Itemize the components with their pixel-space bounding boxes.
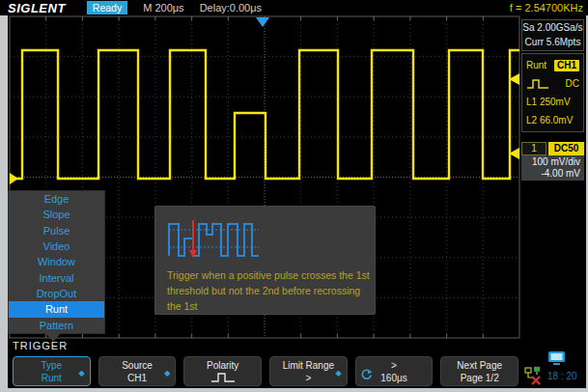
softkey-source[interactable]: Source CH1 ◆ <box>98 356 177 386</box>
sample-rate: Sa 2.00GSa/s <box>522 20 583 35</box>
channel-scale-readout: 100 mV/div <box>525 156 580 168</box>
memory-depth: Curr 5.6Mpts <box>522 35 583 49</box>
trigger-type-menu: Edge Slope Pulse Video Window Interval D… <box>8 190 105 334</box>
diamond-icon: ◆ <box>336 370 342 378</box>
channel-coupling-badge: DC50 <box>548 142 584 155</box>
trigger-source-badge: CH1 <box>554 60 579 71</box>
top-info-bar: SIGLENT Ready M 200μs Delay:0.00μs f = 2… <box>0 0 588 15</box>
diamond-icon: ◆ <box>79 370 85 378</box>
positive-runt-polarity-icon <box>210 372 236 383</box>
softkey-type-value: Runt <box>42 372 62 384</box>
acquisition-panel: Sa 2.00GSa/s Curr 5.6Mpts <box>521 19 584 51</box>
softkey-polarity[interactable]: Polarity <box>183 356 262 386</box>
softkey-limit-value-time: 160μs <box>380 372 406 384</box>
remote-display-icon[interactable] <box>547 350 567 366</box>
frequency-counter: f = 2.54700KHz <box>510 2 583 14</box>
siglent-logo: SIGLENT <box>8 1 66 15</box>
trigger-info-panel: Runt CH1 DC L1 250mV L2 66.0mV <box>521 53 584 132</box>
softkey-limit-range-label: Limit Range <box>283 359 334 372</box>
softkey-limit-value[interactable]: > 160μs <box>355 356 434 386</box>
runt-diagram-icon <box>167 215 264 262</box>
softkey-polarity-label: Polarity <box>207 359 238 372</box>
trigger-menu-title: TRIGGER <box>13 340 68 351</box>
softkey-limit-range[interactable]: Limit Range > ◆ <box>269 356 348 386</box>
channel-number-badge: 1 <box>521 142 546 155</box>
menu-item-pattern[interactable]: Pattern <box>9 318 104 333</box>
menu-item-video[interactable]: Video <box>9 238 104 254</box>
softkey-source-value: CH1 <box>127 372 147 384</box>
lan-disconnected-icon <box>524 366 543 385</box>
softkey-next-page[interactable]: Next Page Page 1/2 <box>440 356 518 386</box>
menu-item-interval[interactable]: Interval <box>9 270 104 286</box>
display-area: Edge Slope Pulse Video Window Interval D… <box>8 15 586 388</box>
acquisition-status-badge: Ready <box>87 1 127 14</box>
softkey-limit-range-value: > <box>305 372 311 384</box>
softkey-type-label: Type <box>41 359 62 372</box>
adjust-knob-icon <box>360 369 373 381</box>
runt-trigger-tooltip: Trigger when a positive pulse crosses th… <box>154 206 376 315</box>
tooltip-text: Trigger when a positive pulse crosses th… <box>167 268 370 314</box>
diamond-icon: ◆ <box>164 370 170 378</box>
runt-pulse-icon <box>526 77 549 91</box>
menu-item-runt[interactable]: Runt <box>9 301 104 317</box>
trigger-level2-readout: L2 66.0mV <box>526 115 573 126</box>
delay-readout: Delay:0.00μs <box>200 2 262 14</box>
channel-offset-readout: -4.00 mV <box>525 168 580 180</box>
menu-item-slope[interactable]: Slope <box>9 207 104 222</box>
trigger-level1-readout: L1 250mV <box>526 97 571 107</box>
trigger-type-readout: Runt <box>526 60 546 70</box>
trigger-coupling-readout: DC <box>566 78 579 89</box>
softkey-limit-value-condition: > <box>391 359 397 372</box>
softkey-next-page-label: Next Page <box>457 359 502 372</box>
channel1-panel: 1 DC50 100 mV/div -4.00 mV <box>521 142 584 180</box>
menu-item-edge[interactable]: Edge <box>9 191 104 207</box>
menu-item-pulse[interactable]: Pulse <box>9 223 104 238</box>
softkey-page-indicator: Page 1/2 <box>461 372 499 384</box>
softkey-bar: Type Runt ◆ Source CH1 ◆ Polarity Limit … <box>13 356 518 386</box>
menu-item-dropout[interactable]: DropOut <box>9 286 104 301</box>
timebase-readout: M 200μs <box>143 2 183 14</box>
softkey-type[interactable]: Type Runt ◆ <box>13 356 91 386</box>
oscilloscope-screen: { "colors": { "accent_cyan": "#2aa0dc", … <box>0 0 588 392</box>
clock-readout: 18 : 20 <box>547 371 577 381</box>
status-icon-cluster: 18 : 20 <box>522 349 584 387</box>
menu-item-window[interactable]: Window <box>9 254 104 269</box>
softkey-source-label: Source <box>122 359 153 372</box>
